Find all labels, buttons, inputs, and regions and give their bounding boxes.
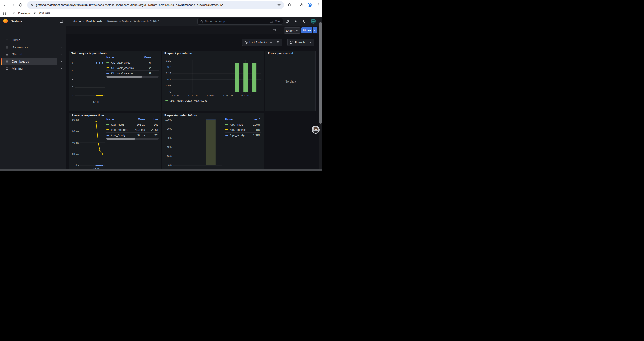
- legend-series-name[interactable]: GET /api/_/metrics: [106, 67, 138, 70]
- help-icon[interactable]: [286, 19, 289, 23]
- panel-title[interactable]: Errors per second: [268, 52, 293, 55]
- legend-col-header[interactable]: Las: [145, 118, 159, 121]
- breadcrumb-item[interactable]: Dashboards: [86, 20, 102, 23]
- chevron-down-icon[interactable]: [60, 60, 63, 63]
- sidebar-item-bookmarks[interactable]: Bookmarks: [1, 44, 58, 51]
- legend-scrollbar[interactable]: [106, 138, 159, 140]
- legend-col-header[interactable]: Mean: [138, 56, 151, 59]
- menu-icon[interactable]: [316, 3, 320, 7]
- series-mean: Mean: 0.233: [176, 99, 192, 102]
- series-name[interactable]: 2xx: [170, 99, 174, 102]
- breadcrumb-item[interactable]: Home: [73, 20, 81, 23]
- x-axis-tick-label: 17:41:00: [238, 94, 253, 97]
- sidebar-item-alerting[interactable]: Alerting: [1, 65, 58, 72]
- y-axis-tick-label: 80%: [162, 128, 172, 130]
- legend-scrollbar[interactable]: [106, 76, 159, 78]
- legend-series-name[interactable]: /api/_/livez: [106, 123, 131, 126]
- search-shortcut: ⌘+k: [275, 20, 280, 23]
- favorite-star-icon[interactable]: [273, 28, 277, 32]
- y-axis-tick-label: 60%: [162, 137, 172, 139]
- apps-grid-icon[interactable]: [3, 12, 6, 15]
- legend-value: 620: [145, 134, 159, 137]
- sidebar-toggle-icon[interactable]: [60, 19, 63, 23]
- chart-plot-area[interactable]: [80, 117, 105, 166]
- legend-col-header[interactable]: Mean: [131, 118, 145, 121]
- panel-title[interactable]: Average response time: [72, 114, 104, 117]
- data-point: [99, 95, 100, 96]
- data-point: [102, 95, 103, 96]
- legend-series-name[interactable]: /api/_/metrics: [225, 128, 249, 131]
- legend-inline[interactable]: 2xx Mean: 0.233 Max: 0.233: [165, 99, 207, 102]
- share-menu-button[interactable]: [312, 28, 317, 33]
- chevron-down-icon[interactable]: [60, 46, 63, 49]
- legend-series-name[interactable]: /api/_/livez: [225, 123, 249, 126]
- user-avatar[interactable]: [311, 19, 316, 24]
- y-axis-tick-label: 4: [64, 78, 74, 81]
- horizontal-scrollbar[interactable]: [0, 169, 322, 171]
- panel-title[interactable]: Request per minute: [164, 52, 192, 55]
- export-button[interactable]: Export: [284, 28, 300, 34]
- legend-series-name[interactable]: /api/_/metrics: [106, 128, 131, 131]
- sidebar-item-home[interactable]: Home: [1, 37, 58, 44]
- clock-icon: [244, 41, 248, 44]
- sidebar-item-starred[interactable]: Starred: [1, 51, 58, 58]
- grafana-header: Grafana Home›Dashboards›Freeleaps Metric…: [0, 17, 322, 26]
- chevron-down-icon[interactable]: [310, 41, 312, 44]
- chevron-down-icon: [270, 41, 272, 44]
- sidebar-item-label: Starred: [12, 53, 22, 56]
- legend-series-name[interactable]: /api/_/readyz: [225, 134, 249, 137]
- legend-value: 100%: [249, 128, 260, 131]
- downloads-icon[interactable]: [300, 3, 304, 7]
- sidebar-item-dashboards[interactable]: Dashboards: [1, 58, 58, 65]
- kiosk-monitor-icon[interactable]: [303, 19, 307, 23]
- y-axis-tick-label: 100%: [162, 119, 172, 121]
- bookmark-icon: [5, 46, 9, 49]
- bookmark-item[interactable]: Freeleaps: [12, 10, 32, 17]
- panel-title[interactable]: Requests under 100ms: [164, 114, 197, 117]
- vertical-scrollbar-thumb[interactable]: [319, 22, 322, 124]
- extensions-icon[interactable]: [288, 3, 292, 7]
- legend-col-name[interactable]: Name: [225, 118, 249, 121]
- share-button[interactable]: Share: [302, 28, 312, 33]
- series-color-chip: [106, 73, 110, 74]
- zoom-out-icon[interactable]: [277, 41, 280, 44]
- legend-series-name[interactable]: /api/_/readyz: [106, 134, 131, 137]
- url-text[interactable]: grafana.mathmast.com/d/deytv4rwavabkb/fr…: [36, 3, 275, 7]
- chart-plot-area[interactable]: [173, 118, 222, 167]
- brand-title: Grafana: [10, 19, 22, 23]
- y-axis-tick-label: 60 ms: [69, 130, 79, 133]
- chart-plot-area[interactable]: [75, 60, 104, 99]
- chart-plot-area[interactable]: [172, 60, 261, 93]
- series-color-chip: [106, 129, 110, 130]
- x-axis-tick-label: 17:39:00: [202, 94, 218, 97]
- refresh-icon: [290, 41, 293, 44]
- back-icon[interactable]: [3, 3, 7, 7]
- panel-requests-under-100ms: Requests under 100ms NameLast */api/_/li…: [162, 113, 264, 171]
- bookmark-item[interactable]: 收藏博客: [32, 10, 52, 17]
- search-input[interactable]: Search or jump to... ⌘+k: [198, 18, 283, 25]
- assistant-avatar[interactable]: [312, 126, 320, 134]
- panel-title[interactable]: Total requests per minute: [72, 52, 108, 55]
- legend-value: 100%: [249, 123, 260, 126]
- grafana-logo[interactable]: [3, 19, 8, 24]
- news-rss-icon[interactable]: [294, 19, 298, 23]
- reload-icon[interactable]: [18, 3, 23, 7]
- legend-col-header[interactable]: Last *: [249, 118, 260, 121]
- chevron-down-icon[interactable]: [60, 53, 63, 56]
- profile-icon[interactable]: [307, 3, 312, 7]
- legend-col-name[interactable]: Name: [106, 118, 131, 121]
- legend-col-name[interactable]: Name: [106, 56, 138, 59]
- chevron-down-icon[interactable]: [60, 67, 63, 70]
- url-bar[interactable]: grafana.mathmast.com/d/deytv4rwavabkb/fr…: [27, 1, 284, 9]
- site-settings-icon[interactable]: [30, 3, 34, 7]
- refresh-button[interactable]: Refresh: [287, 39, 314, 46]
- y-axis-tick-label: 3: [64, 86, 74, 89]
- legend-series-name[interactable]: GET /api/_/livez: [106, 61, 138, 64]
- bar: [252, 63, 256, 92]
- legend-series-name[interactable]: GET /api/_/readyz: [106, 72, 138, 75]
- time-range-picker[interactable]: Last 5 minutes: [242, 39, 282, 46]
- y-axis-tick-label: 0.2: [161, 66, 171, 68]
- bookmark-star-icon[interactable]: [277, 3, 281, 7]
- series-color-chip: [225, 129, 228, 130]
- forward-icon[interactable]: [10, 3, 15, 7]
